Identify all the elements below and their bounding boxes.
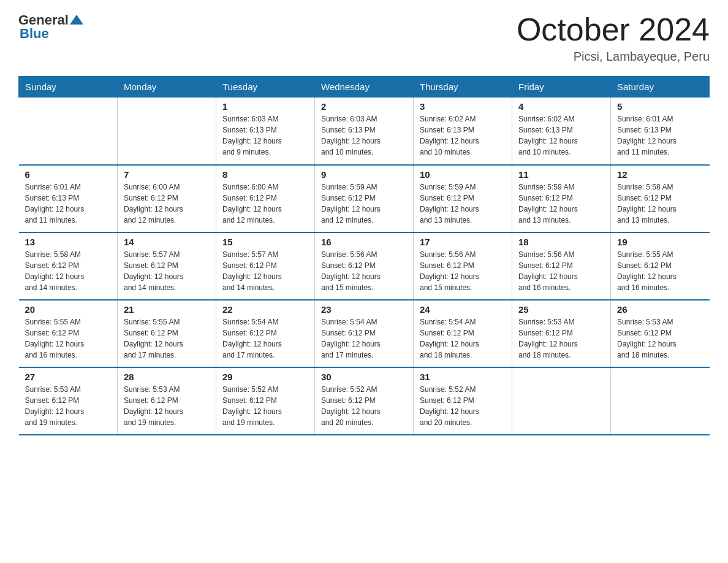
calendar-week-row: 27Sunrise: 5:53 AM Sunset: 6:12 PM Dayli… bbox=[19, 367, 710, 435]
calendar-cell: 3Sunrise: 6:02 AM Sunset: 6:13 PM Daylig… bbox=[414, 98, 512, 165]
day-info: Sunrise: 5:58 AM Sunset: 6:12 PM Dayligh… bbox=[617, 182, 703, 226]
day-info: Sunrise: 5:54 AM Sunset: 6:12 PM Dayligh… bbox=[222, 316, 308, 361]
day-info: Sunrise: 5:54 AM Sunset: 6:12 PM Dayligh… bbox=[420, 316, 506, 361]
day-info: Sunrise: 5:57 AM Sunset: 6:12 PM Dayligh… bbox=[222, 249, 308, 293]
logo-blue-text: Blue bbox=[20, 26, 49, 42]
day-number: 7 bbox=[124, 169, 210, 180]
calendar-cell bbox=[118, 98, 216, 165]
day-number: 5 bbox=[617, 101, 703, 112]
header-day-monday: Monday bbox=[118, 77, 216, 98]
calendar-cell: 28Sunrise: 5:53 AM Sunset: 6:12 PM Dayli… bbox=[118, 367, 216, 435]
day-info: Sunrise: 6:01 AM Sunset: 6:13 PM Dayligh… bbox=[617, 113, 703, 158]
day-number: 22 bbox=[222, 304, 308, 315]
day-info: Sunrise: 5:57 AM Sunset: 6:12 PM Dayligh… bbox=[124, 249, 210, 293]
calendar-week-row: 6Sunrise: 6:01 AM Sunset: 6:13 PM Daylig… bbox=[19, 165, 710, 232]
day-info: Sunrise: 5:56 AM Sunset: 6:12 PM Dayligh… bbox=[518, 249, 604, 293]
day-info: Sunrise: 5:53 AM Sunset: 6:12 PM Dayligh… bbox=[617, 316, 703, 361]
calendar-cell: 31Sunrise: 5:52 AM Sunset: 6:12 PM Dayli… bbox=[414, 367, 512, 435]
header-day-tuesday: Tuesday bbox=[216, 77, 315, 98]
day-info: Sunrise: 5:52 AM Sunset: 6:12 PM Dayligh… bbox=[321, 384, 407, 428]
day-info: Sunrise: 5:55 AM Sunset: 6:12 PM Dayligh… bbox=[617, 249, 703, 293]
calendar-cell: 11Sunrise: 5:59 AM Sunset: 6:12 PM Dayli… bbox=[512, 165, 611, 232]
day-number: 4 bbox=[518, 101, 604, 112]
day-info: Sunrise: 6:02 AM Sunset: 6:13 PM Dayligh… bbox=[518, 113, 604, 158]
calendar-cell: 16Sunrise: 5:56 AM Sunset: 6:12 PM Dayli… bbox=[315, 232, 414, 300]
calendar-cell: 18Sunrise: 5:56 AM Sunset: 6:12 PM Dayli… bbox=[512, 232, 611, 300]
day-number: 6 bbox=[25, 169, 112, 180]
day-number: 25 bbox=[518, 304, 604, 315]
day-info: Sunrise: 5:52 AM Sunset: 6:12 PM Dayligh… bbox=[222, 384, 308, 428]
day-info: Sunrise: 5:58 AM Sunset: 6:12 PM Dayligh… bbox=[25, 249, 112, 293]
day-info: Sunrise: 5:55 AM Sunset: 6:12 PM Dayligh… bbox=[124, 316, 210, 361]
day-number: 19 bbox=[617, 237, 703, 247]
calendar-cell: 26Sunrise: 5:53 AM Sunset: 6:12 PM Dayli… bbox=[611, 300, 710, 367]
day-info: Sunrise: 6:01 AM Sunset: 6:13 PM Dayligh… bbox=[25, 182, 112, 226]
day-info: Sunrise: 5:53 AM Sunset: 6:12 PM Dayligh… bbox=[25, 384, 112, 428]
day-number: 10 bbox=[420, 169, 506, 180]
day-number: 3 bbox=[420, 101, 506, 112]
day-number: 29 bbox=[222, 372, 308, 382]
header-day-saturday: Saturday bbox=[611, 77, 710, 98]
day-info: Sunrise: 6:03 AM Sunset: 6:13 PM Dayligh… bbox=[321, 113, 407, 158]
logo-triangle-icon bbox=[70, 13, 83, 26]
header-day-thursday: Thursday bbox=[414, 77, 512, 98]
day-info: Sunrise: 6:02 AM Sunset: 6:13 PM Dayligh… bbox=[420, 113, 506, 158]
calendar-header: SundayMondayTuesdayWednesdayThursdayFrid… bbox=[19, 77, 710, 98]
calendar-cell: 20Sunrise: 5:55 AM Sunset: 6:12 PM Dayli… bbox=[19, 300, 118, 367]
day-number: 18 bbox=[518, 237, 604, 247]
day-info: Sunrise: 5:54 AM Sunset: 6:12 PM Dayligh… bbox=[321, 316, 407, 361]
day-info: Sunrise: 5:52 AM Sunset: 6:12 PM Dayligh… bbox=[420, 384, 506, 428]
calendar-cell: 21Sunrise: 5:55 AM Sunset: 6:12 PM Dayli… bbox=[118, 300, 216, 367]
day-number: 21 bbox=[124, 304, 210, 315]
calendar-cell: 25Sunrise: 5:53 AM Sunset: 6:12 PM Dayli… bbox=[512, 300, 611, 367]
calendar-cell: 1Sunrise: 6:03 AM Sunset: 6:13 PM Daylig… bbox=[216, 98, 315, 165]
calendar-cell: 8Sunrise: 6:00 AM Sunset: 6:12 PM Daylig… bbox=[216, 165, 315, 232]
calendar-cell: 13Sunrise: 5:58 AM Sunset: 6:12 PM Dayli… bbox=[19, 232, 118, 300]
calendar-subtitle: Picsi, Lambayeque, Peru bbox=[517, 50, 710, 64]
day-number: 23 bbox=[321, 304, 407, 315]
day-info: Sunrise: 5:53 AM Sunset: 6:12 PM Dayligh… bbox=[518, 316, 604, 361]
calendar-table: SundayMondayTuesdayWednesdayThursdayFrid… bbox=[18, 76, 710, 435]
day-number: 1 bbox=[222, 101, 308, 112]
calendar-week-row: 20Sunrise: 5:55 AM Sunset: 6:12 PM Dayli… bbox=[19, 300, 710, 367]
day-number: 11 bbox=[518, 169, 604, 180]
header-day-sunday: Sunday bbox=[19, 77, 118, 98]
calendar-cell: 19Sunrise: 5:55 AM Sunset: 6:12 PM Dayli… bbox=[611, 232, 710, 300]
header-day-friday: Friday bbox=[512, 77, 611, 98]
day-info: Sunrise: 5:56 AM Sunset: 6:12 PM Dayligh… bbox=[420, 249, 506, 293]
day-number: 28 bbox=[124, 372, 210, 382]
day-number: 15 bbox=[222, 237, 308, 247]
calendar-cell: 17Sunrise: 5:56 AM Sunset: 6:12 PM Dayli… bbox=[414, 232, 512, 300]
day-number: 27 bbox=[25, 372, 112, 382]
calendar-cell bbox=[611, 367, 710, 435]
calendar-cell: 15Sunrise: 5:57 AM Sunset: 6:12 PM Dayli… bbox=[216, 232, 315, 300]
calendar-cell: 22Sunrise: 5:54 AM Sunset: 6:12 PM Dayli… bbox=[216, 300, 315, 367]
calendar-cell: 6Sunrise: 6:01 AM Sunset: 6:13 PM Daylig… bbox=[19, 165, 118, 232]
calendar-cell: 4Sunrise: 6:02 AM Sunset: 6:13 PM Daylig… bbox=[512, 98, 611, 165]
calendar-body: 1Sunrise: 6:03 AM Sunset: 6:13 PM Daylig… bbox=[19, 98, 710, 435]
calendar-cell: 23Sunrise: 5:54 AM Sunset: 6:12 PM Dayli… bbox=[315, 300, 414, 367]
logo: General Blue bbox=[18, 12, 83, 42]
day-number: 8 bbox=[222, 169, 308, 180]
page-header: General Blue October 2024 Picsi, Lambaye… bbox=[18, 12, 710, 64]
day-info: Sunrise: 5:59 AM Sunset: 6:12 PM Dayligh… bbox=[518, 182, 604, 226]
day-number: 31 bbox=[420, 372, 506, 382]
calendar-title: October 2024 bbox=[517, 12, 710, 47]
calendar-week-row: 13Sunrise: 5:58 AM Sunset: 6:12 PM Dayli… bbox=[19, 232, 710, 300]
header-row: SundayMondayTuesdayWednesdayThursdayFrid… bbox=[19, 77, 710, 98]
day-number: 16 bbox=[321, 237, 407, 247]
day-info: Sunrise: 5:59 AM Sunset: 6:12 PM Dayligh… bbox=[321, 182, 407, 226]
day-info: Sunrise: 5:56 AM Sunset: 6:12 PM Dayligh… bbox=[321, 249, 407, 293]
day-number: 30 bbox=[321, 372, 407, 382]
calendar-cell bbox=[512, 367, 611, 435]
calendar-cell: 2Sunrise: 6:03 AM Sunset: 6:13 PM Daylig… bbox=[315, 98, 414, 165]
calendar-cell: 9Sunrise: 5:59 AM Sunset: 6:12 PM Daylig… bbox=[315, 165, 414, 232]
calendar-cell: 24Sunrise: 5:54 AM Sunset: 6:12 PM Dayli… bbox=[414, 300, 512, 367]
day-number: 20 bbox=[25, 304, 112, 315]
day-number: 2 bbox=[321, 101, 407, 112]
calendar-cell: 14Sunrise: 5:57 AM Sunset: 6:12 PM Dayli… bbox=[118, 232, 216, 300]
calendar-cell: 5Sunrise: 6:01 AM Sunset: 6:13 PM Daylig… bbox=[611, 98, 710, 165]
calendar-cell: 12Sunrise: 5:58 AM Sunset: 6:12 PM Dayli… bbox=[611, 165, 710, 232]
day-info: Sunrise: 5:55 AM Sunset: 6:12 PM Dayligh… bbox=[25, 316, 112, 361]
day-info: Sunrise: 6:00 AM Sunset: 6:12 PM Dayligh… bbox=[222, 182, 308, 226]
